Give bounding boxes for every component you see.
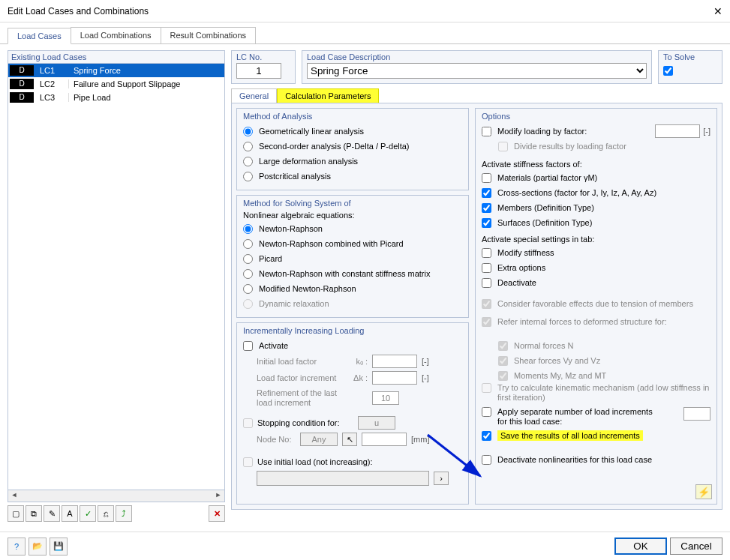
horizontal-scrollbar[interactable]: ◄ ► <box>8 490 225 502</box>
desc-label: Load Case Description <box>307 52 647 61</box>
tosolve-box: To Solve <box>658 50 722 84</box>
lcno-box: LC No. <box>231 50 296 84</box>
stopping-checkbox <box>243 418 253 428</box>
incremental-title: Incrementally Increasing Loading <box>243 326 462 335</box>
lcno-input[interactable] <box>236 63 281 79</box>
modify-stiff-checkbox[interactable]: Modify stiffness <box>482 245 710 260</box>
subtab-calc-params[interactable]: Calculation Parameters <box>277 88 379 103</box>
cancel-button[interactable]: Cancel <box>670 538 722 555</box>
consider-fav-checkbox: Consider favorable effects due to tensio… <box>482 296 710 311</box>
shear-checkbox: Shear forces Vy and Vz <box>482 353 710 368</box>
radio-large-def[interactable]: Large deformation analysis <box>243 154 462 169</box>
divide-results-row: Divide results by loading factor <box>482 139 710 154</box>
ok-button[interactable]: OK <box>614 538 667 555</box>
lc-type-badge: D <box>10 65 34 76</box>
tool-button-5[interactable]: ✓ <box>80 505 96 522</box>
tosolve-checkbox[interactable] <box>663 66 673 76</box>
materials-checkbox[interactable]: Materials (partial factor γM) <box>482 170 710 185</box>
tosolve-label: To Solve <box>663 52 717 61</box>
lc-id: LC3 <box>35 93 68 102</box>
lc-id: LC2 <box>35 79 68 88</box>
delete-button[interactable]: ✕ <box>209 505 225 522</box>
method-solve-title: Method for Solving System of <box>243 199 462 208</box>
lc-id: LC1 <box>35 66 68 75</box>
members-checkbox[interactable]: Members (Definition Type) <box>482 200 710 215</box>
initial-load-label: Initial load factor <box>243 357 348 366</box>
radio-mod-newton[interactable]: Modified Newton-Raphson <box>243 281 462 296</box>
activate-checkbox-row[interactable]: Activate <box>243 338 462 353</box>
new-button[interactable]: ▢ <box>8 505 24 522</box>
lightning-button[interactable]: ⚡ <box>695 484 712 499</box>
useinitial-label: Use initial load (not increasing): <box>257 457 372 466</box>
moments-checkbox: Moments My, Mz and MT <box>482 368 710 383</box>
radio-newton-raphson[interactable]: Newton-Raphson <box>243 221 462 236</box>
scroll-left-icon[interactable]: ◄ <box>8 491 20 502</box>
list-item[interactable]: D LC3 Pipe Load <box>8 91 224 104</box>
radio-nr-constant[interactable]: Newton-Raphson with constant stiffness m… <box>243 266 462 281</box>
desc-select[interactable]: Spring Force <box>307 63 647 79</box>
options-title: Options <box>482 112 710 121</box>
left-toolbar: ▢ ⧉ ✎ A ✓ ⎌ ⤴ ✕ <box>8 505 225 522</box>
lc-desc: Pipe Load <box>68 93 224 102</box>
desc-box: Load Case Description Spring Force <box>302 50 652 84</box>
subtab-general[interactable]: General <box>231 88 277 103</box>
lc-desc: Failure and Support Slippage <box>68 79 224 88</box>
increment-label: Load factor increment <box>243 373 348 382</box>
footer-button-3[interactable]: 💾 <box>50 538 68 556</box>
scroll-right-icon[interactable]: ► <box>212 491 224 502</box>
refer-internal-checkbox: Refer internal forces to deformed struct… <box>482 317 710 338</box>
extra-checkbox[interactable]: Extra options <box>482 260 710 275</box>
tool-button-7[interactable]: ⤴ <box>116 505 132 522</box>
radio-nr-picard[interactable]: Newton-Raphson combined with Picard <box>243 236 462 251</box>
initial-load-spinner <box>372 355 417 368</box>
deactivate-checkbox[interactable]: Deactivate <box>482 275 710 290</box>
lcno-label: LC No. <box>236 52 290 61</box>
useinitial-goto-button: › <box>434 472 449 485</box>
refine-spinner: 10 <box>372 391 399 405</box>
radio-picard[interactable]: Picard <box>243 251 462 266</box>
surfaces-checkbox[interactable]: Surfaces (Definition Type) <box>482 215 710 230</box>
close-icon[interactable]: ✕ <box>713 5 722 17</box>
tool-button-6[interactable]: ⎌ <box>98 505 114 522</box>
deact-nonlin-checkbox[interactable]: Deactivate nonlinearities for this load … <box>482 452 710 467</box>
right-panel: LC No. Load Case Description Spring Forc… <box>231 50 722 522</box>
method-analysis-title: Method of Analysis <box>243 112 462 121</box>
main-tabstrip: Load Cases Load Combinations Result Comb… <box>0 22 730 44</box>
titlebar: Edit Load Cases and Combinations ✕ <box>0 0 730 22</box>
activate-stiff-label: Activate stiffness factors of: <box>482 160 710 169</box>
modify-loading-row[interactable]: Modify loading by factor: [-] <box>482 124 710 139</box>
radio-postcritical[interactable]: Postcritical analysis <box>243 169 462 184</box>
apply-sep-checkbox[interactable]: Apply separate number of load increments… <box>482 407 710 428</box>
normal-checkbox: Normal forces N <box>482 338 710 353</box>
kinematic-checkbox: Try to calculate kinematic mechanism (ad… <box>482 383 710 404</box>
useinitial-combo <box>257 471 429 486</box>
method-analysis-group: Method of Analysis Geometrically linear … <box>236 108 469 190</box>
options-group: Options Modify loading by factor: [-] Di… <box>475 108 717 505</box>
tool-button-3[interactable]: ✎ <box>44 505 60 522</box>
radio-geom-linear[interactable]: Geometrically linear analysis <box>243 124 462 139</box>
load-case-list[interactable]: D LC1 Spring Force D LC2 Failure and Sup… <box>8 63 225 490</box>
refine-label: Refinement of the last load increment <box>243 388 348 408</box>
tab-result-combinations[interactable]: Result Combinations <box>161 27 257 43</box>
params-area: Method of Analysis Geometrically linear … <box>231 103 722 510</box>
tab-load-cases[interactable]: Load Cases <box>8 28 71 44</box>
stopping-label: Stopping condition for: <box>257 418 353 427</box>
subtabs: General Calculation Parameters <box>231 88 722 103</box>
footer-button-2[interactable]: 📂 <box>29 538 47 556</box>
crosssec-checkbox[interactable]: Cross-sections (factor for J, Iy, Iz, A,… <box>482 185 710 200</box>
increment-spinner <box>372 371 417 385</box>
copy-button[interactable]: ⧉ <box>26 505 42 522</box>
list-item[interactable]: D LC2 Failure and Support Slippage <box>8 77 224 91</box>
useinitial-checkbox <box>243 457 253 467</box>
modify-loading-spinner <box>655 124 700 138</box>
help-button[interactable]: ? <box>8 538 26 556</box>
radio-second-order[interactable]: Second-order analysis (P-Delta / P-delta… <box>243 139 462 154</box>
stopping-combo: u <box>358 416 395 430</box>
list-item[interactable]: D LC1 Spring Force <box>8 64 224 77</box>
tool-button-4[interactable]: A <box>62 505 78 522</box>
save-results-checkbox[interactable]: Save the results of all load increments <box>482 428 710 443</box>
existing-load-cases-label: Existing Load Cases <box>8 50 225 63</box>
tab-load-combinations[interactable]: Load Combinations <box>71 27 161 43</box>
lc-type-badge: D <box>10 79 34 89</box>
lc-desc: Spring Force <box>68 66 224 75</box>
